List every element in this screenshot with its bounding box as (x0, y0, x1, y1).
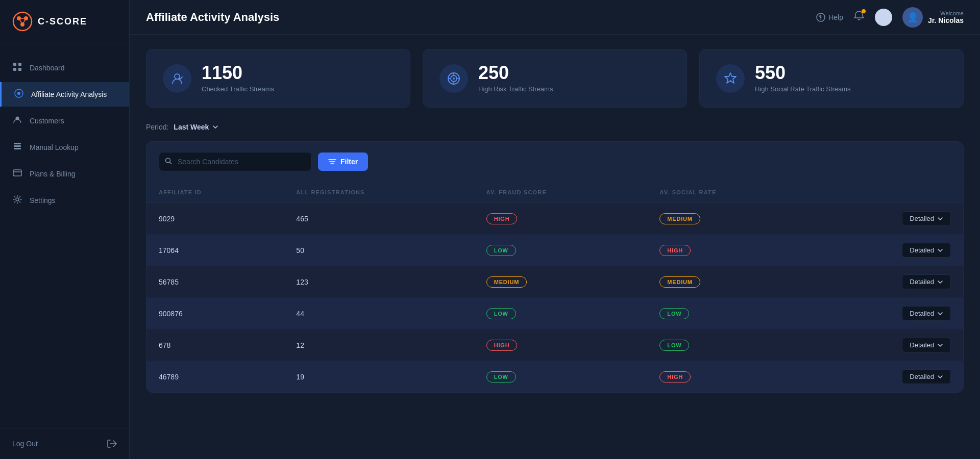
fraud-score-badge: LOW (486, 371, 516, 382)
content-area: 1150 Checked Traffic Streams (130, 35, 980, 459)
cell-registrations: 50 (284, 235, 474, 266)
sidebar-item-affiliate-label: Affiliate Activity Analysis (31, 90, 107, 98)
svg-rect-14 (14, 143, 21, 144)
cell-action: Detailed (813, 203, 963, 235)
sidebar-item-manual-lookup[interactable]: Manual Lookup (0, 135, 129, 160)
social-rate-badge: MEDIUM (659, 276, 700, 288)
sidebar-nav: Dashboard Affiliate Activity Analysis Cu… (0, 43, 129, 428)
fraud-score-badge: MEDIUM (486, 276, 527, 288)
manual-lookup-icon (12, 142, 22, 153)
sidebar-item-dashboard[interactable]: Dashboard (0, 56, 129, 80)
settings-icon (12, 195, 22, 206)
cell-affiliate-id: 17064 (146, 235, 284, 266)
sidebar-item-settings[interactable]: Settings (0, 188, 129, 213)
chevron-down-icon (937, 374, 943, 380)
stat-cards: 1150 Checked Traffic Streams (146, 49, 964, 108)
sidebar: C-SCORE Dashboard Affiliate Activity Ana… (0, 0, 130, 459)
detailed-button[interactable]: Detailed (902, 211, 951, 226)
cell-registrations: 465 (284, 203, 474, 235)
period-value: Last Week (174, 123, 209, 131)
help-icon (816, 13, 825, 22)
chevron-down-icon (937, 342, 943, 348)
cell-action: Detailed (813, 235, 963, 266)
cell-affiliate-id: 56785 (146, 266, 284, 298)
affiliate-table: AFFILIATE ID ALL REGISTRATIONS AV. FRAUD… (146, 182, 963, 392)
detailed-button[interactable]: Detailed (902, 243, 951, 258)
detailed-button[interactable]: Detailed (902, 306, 951, 321)
svg-rect-8 (18, 63, 21, 66)
affiliate-icon (14, 89, 24, 100)
period-select[interactable]: Last Week (174, 123, 219, 131)
notification-button[interactable] (853, 10, 865, 24)
cell-fraud-score: LOW (474, 235, 648, 266)
social-rate-badge: HIGH (659, 371, 691, 382)
social-rate-badge: HIGH (659, 245, 691, 256)
plans-billing-icon (12, 168, 22, 180)
chevron-down-icon (937, 247, 943, 253)
detailed-button[interactable]: Detailed (902, 369, 951, 384)
stat-info-checked: 1150 Checked Traffic Streams (202, 64, 274, 93)
social-rate-badge: MEDIUM (659, 213, 700, 224)
cell-action: Detailed (813, 329, 963, 361)
svg-rect-10 (18, 68, 21, 71)
user-info[interactable]: 👤 Welcome Jr. Nicolas (902, 7, 964, 28)
high-risk-label: High Risk Traffic Streams (478, 85, 553, 93)
fraud-score-badge: HIGH (486, 213, 518, 224)
social-rate-label: High Social Rate Traffic Streams (755, 85, 851, 93)
welcome-label: Welcome (928, 10, 964, 16)
search-icon (165, 158, 172, 166)
chevron-down-icon (212, 123, 219, 131)
stat-info-high-risk: 250 High Risk Traffic Streams (478, 64, 553, 93)
help-button[interactable]: Help (816, 13, 843, 22)
cell-social-rate: LOW (647, 329, 813, 361)
table-row: 56785 123 MEDIUM MEDIUM Detailed (146, 266, 963, 298)
col-all-registrations: ALL REGISTRATIONS (284, 182, 474, 203)
search-input[interactable] (159, 152, 312, 171)
sidebar-item-affiliate[interactable]: Affiliate Activity Analysis (0, 82, 129, 107)
table-row: 678 12 HIGH LOW Detailed (146, 329, 963, 361)
svg-line-32 (170, 162, 172, 164)
sidebar-item-plans-billing[interactable]: Plans & Billing (0, 162, 129, 186)
sidebar-logo: C-SCORE (0, 0, 129, 43)
fraud-score-badge: LOW (486, 308, 516, 319)
table-row: 900876 44 LOW LOW Detailed (146, 298, 963, 329)
logout-button[interactable]: Log Out (0, 428, 129, 459)
cell-social-rate: MEDIUM (647, 266, 813, 298)
cell-social-rate: HIGH (647, 235, 813, 266)
chevron-down-icon (937, 279, 943, 285)
svg-point-0 (13, 12, 32, 31)
sidebar-item-customers[interactable]: Customers (0, 109, 129, 133)
svg-rect-16 (14, 148, 21, 149)
social-rate-badge: LOW (659, 308, 689, 319)
svg-point-21 (820, 16, 822, 18)
sidebar-item-customers-label: Customers (30, 117, 64, 125)
cell-fraud-score: HIGH (474, 203, 648, 235)
filter-button[interactable]: Filter (318, 152, 368, 171)
detailed-button[interactable]: Detailed (902, 274, 951, 289)
period-row: Period: Last Week (146, 123, 964, 131)
cell-registrations: 44 (284, 298, 474, 329)
theme-toggle[interactable] (875, 9, 892, 26)
social-rate-icon-wrap (716, 64, 745, 93)
chevron-down-icon (937, 311, 943, 317)
stat-card-checked: 1150 Checked Traffic Streams (146, 49, 410, 108)
svg-marker-30 (725, 73, 736, 83)
svg-point-25 (453, 78, 455, 80)
social-rate-icon (723, 71, 738, 86)
cell-fraud-score: HIGH (474, 329, 648, 361)
cell-social-rate: HIGH (647, 361, 813, 393)
logout-label: Log Out (12, 440, 38, 448)
table-section: Filter AFFILIATE ID ALL REGISTRATIONS AV… (146, 141, 964, 393)
stat-card-high-risk: 250 High Risk Traffic Streams (423, 49, 687, 108)
checked-streams-value: 1150 (202, 64, 274, 82)
detailed-button[interactable]: Detailed (902, 338, 951, 352)
period-label: Period: (146, 123, 168, 131)
cell-fraud-score: MEDIUM (474, 266, 648, 298)
cell-affiliate-id: 900876 (146, 298, 284, 329)
logout-icon (107, 439, 117, 449)
stat-info-social-rate: 550 High Social Rate Traffic Streams (755, 64, 851, 93)
checked-streams-icon-wrap (163, 64, 191, 93)
checked-streams-label: Checked Traffic Streams (202, 85, 274, 93)
search-wrap (159, 152, 312, 171)
svg-point-19 (16, 198, 19, 201)
